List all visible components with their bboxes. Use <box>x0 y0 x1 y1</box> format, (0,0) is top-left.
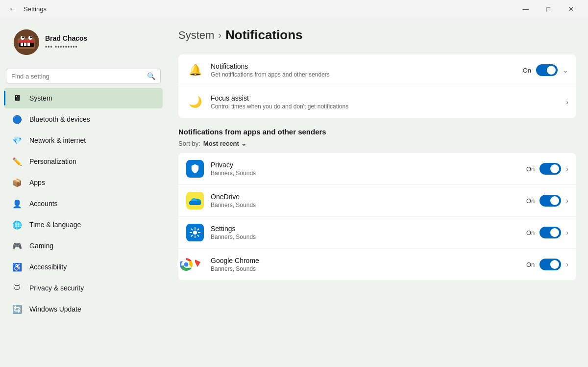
settings-app-row[interactable]: Settings Banners, Sounds On › <box>178 217 576 249</box>
personalization-nav-label: Personalization <box>29 157 76 165</box>
apps-nav-icon: 📦 <box>12 177 23 188</box>
notifications-expand-icon[interactable]: ⌄ <box>563 66 568 74</box>
back-icon: ← <box>9 4 17 13</box>
onedrive-on-label: On <box>526 197 535 205</box>
sidebar-item-network[interactable]: 💎 Network & internet <box>4 130 163 151</box>
svg-rect-3 <box>19 40 34 43</box>
onedrive-row[interactable]: OneDrive Banners, Sounds On › <box>178 185 576 217</box>
bluetooth-nav-label: Bluetooth & devices <box>29 115 90 123</box>
svg-point-10 <box>30 36 32 38</box>
settings-app-icon <box>186 224 204 241</box>
sidebar-item-privacy[interactable]: 🛡 Privacy & security <box>4 278 163 298</box>
focus-assist-subtitle: Control times when you do and don't get … <box>211 103 559 110</box>
sidebar-item-apps[interactable]: 📦 Apps <box>4 172 163 193</box>
focus-assist-chevron-icon[interactable]: › <box>566 98 568 106</box>
maximize-button[interactable]: □ <box>537 1 560 17</box>
breadcrumb: System › Notifications <box>178 27 576 43</box>
apps-section-header: Notifications from apps and other sender… <box>178 128 576 136</box>
accounts-nav-icon: 👤 <box>12 198 23 209</box>
notifications-controls: On ⌄ <box>523 64 568 76</box>
chrome-title: Google Chrome <box>211 257 519 264</box>
sidebar-item-personalization[interactable]: ✏️ Personalization <box>4 151 163 172</box>
minimize-button[interactable]: — <box>514 1 537 17</box>
chrome-row[interactable]: Google Chrome Banners, Sounds On › <box>178 249 576 280</box>
onedrive-title: OneDrive <box>211 193 519 201</box>
sidebar-item-time[interactable]: 🌐 Time & language <box>4 214 163 235</box>
back-button[interactable]: ← <box>6 2 20 16</box>
sort-dropdown[interactable]: Most recent ⌄ <box>203 140 246 147</box>
onedrive-toggle[interactable] <box>539 195 561 207</box>
onedrive-controls: On › <box>526 195 568 207</box>
chrome-toggle[interactable] <box>539 259 561 270</box>
sidebar-item-update[interactable]: 🔄 Windows Update <box>4 299 163 319</box>
svg-rect-5 <box>24 43 26 46</box>
settings-on-label: On <box>526 229 535 236</box>
bluetooth-nav-icon: 🔵 <box>12 114 23 125</box>
notifications-title: Notifications <box>211 62 516 70</box>
search-input[interactable] <box>11 73 143 80</box>
apps-settings-card: Privacy Banners, Sounds On › <box>178 153 576 280</box>
nav-menu: 🖥 System 🔵 Bluetooth & devices 💎 Network… <box>0 87 167 320</box>
privacy-app-row[interactable]: Privacy Banners, Sounds On › <box>178 153 576 185</box>
breadcrumb-current: Notifications <box>225 27 302 43</box>
accounts-nav-label: Accounts <box>29 200 58 208</box>
privacy-chevron-icon[interactable]: › <box>566 165 568 173</box>
update-nav-label: Windows Update <box>29 305 81 313</box>
svg-point-22 <box>184 262 189 267</box>
sidebar-item-gaming[interactable]: 🎮 Gaming <box>4 236 163 256</box>
gaming-nav-icon: 🎮 <box>12 240 23 251</box>
focus-assist-row[interactable]: 🌙 Focus assist Control times when you do… <box>178 86 576 118</box>
search-box[interactable]: 🔍 <box>6 69 161 83</box>
main-content: System › Notifications 🔔 Notifications G… <box>167 18 588 367</box>
settings-app-text: Settings Banners, Sounds <box>211 225 519 240</box>
chrome-on-label: On <box>526 261 535 268</box>
settings-app-title: Settings <box>211 225 519 233</box>
privacy-toggle[interactable] <box>539 163 561 175</box>
privacy-app-icon <box>186 160 204 178</box>
close-button[interactable]: ✕ <box>560 1 582 17</box>
chrome-text: Google Chrome Banners, Sounds <box>211 257 519 272</box>
svg-point-15 <box>193 231 197 235</box>
sidebar-item-accessibility[interactable]: ♿ Accessibility <box>4 257 163 277</box>
settings-app-subtitle: Banners, Sounds <box>211 234 519 240</box>
search-container: 🔍 <box>0 69 167 87</box>
accessibility-nav-icon: ♿ <box>12 262 23 272</box>
profile-email: ••• ••••••••• <box>45 44 87 51</box>
breadcrumb-separator: › <box>218 29 221 41</box>
search-icon: 🔍 <box>147 72 155 80</box>
sort-label: Sort by: <box>178 140 200 147</box>
profile-section[interactable]: Brad Chacos ••• ••••••••• <box>4 22 163 65</box>
chrome-subtitle: Banners, Sounds <box>211 265 519 272</box>
focus-assist-title: Focus assist <box>211 94 559 102</box>
system-nav-icon: 🖥 <box>12 93 23 104</box>
top-settings-card: 🔔 Notifications Get notifications from a… <box>178 54 576 118</box>
notifications-toggle[interactable] <box>536 64 558 76</box>
focus-assist-controls: › <box>566 98 568 106</box>
privacy-app-text: Privacy Banners, Sounds <box>211 161 519 177</box>
sidebar-item-system[interactable]: 🖥 System <box>4 88 163 108</box>
sort-value-text: Most recent <box>203 140 239 147</box>
privacy-app-controls: On › <box>526 163 568 175</box>
sort-chevron-icon: ⌄ <box>241 140 246 147</box>
settings-app-chevron-icon[interactable]: › <box>566 229 568 236</box>
onedrive-chevron-icon[interactable]: › <box>566 197 568 205</box>
onedrive-icon <box>186 192 204 210</box>
profile-info: Brad Chacos ••• ••••••••• <box>45 34 87 51</box>
settings-app-toggle[interactable] <box>539 227 561 238</box>
sidebar-item-accounts[interactable]: 👤 Accounts <box>4 193 163 214</box>
onedrive-subtitle: Banners, Sounds <box>211 202 519 209</box>
sidebar: Brad Chacos ••• ••••••••• 🔍 🖥 System 🔵 B… <box>0 18 167 367</box>
apps-nav-label: Apps <box>29 179 45 186</box>
svg-rect-6 <box>27 43 30 46</box>
privacy-nav-icon: 🛡 <box>12 283 23 293</box>
privacy-nav-label: Privacy & security <box>29 284 84 292</box>
notifications-row[interactable]: 🔔 Notifications Get notifications from a… <box>178 54 576 86</box>
sidebar-item-bluetooth[interactable]: 🔵 Bluetooth & devices <box>4 109 163 130</box>
chrome-chevron-icon[interactable]: › <box>566 261 568 268</box>
onedrive-text: OneDrive Banners, Sounds <box>211 193 519 209</box>
window-controls: — □ ✕ <box>514 1 582 17</box>
privacy-app-title: Privacy <box>211 161 519 169</box>
personalization-nav-icon: ✏️ <box>12 156 23 167</box>
avatar <box>14 29 39 55</box>
focus-assist-text: Focus assist Control times when you do a… <box>211 94 559 110</box>
